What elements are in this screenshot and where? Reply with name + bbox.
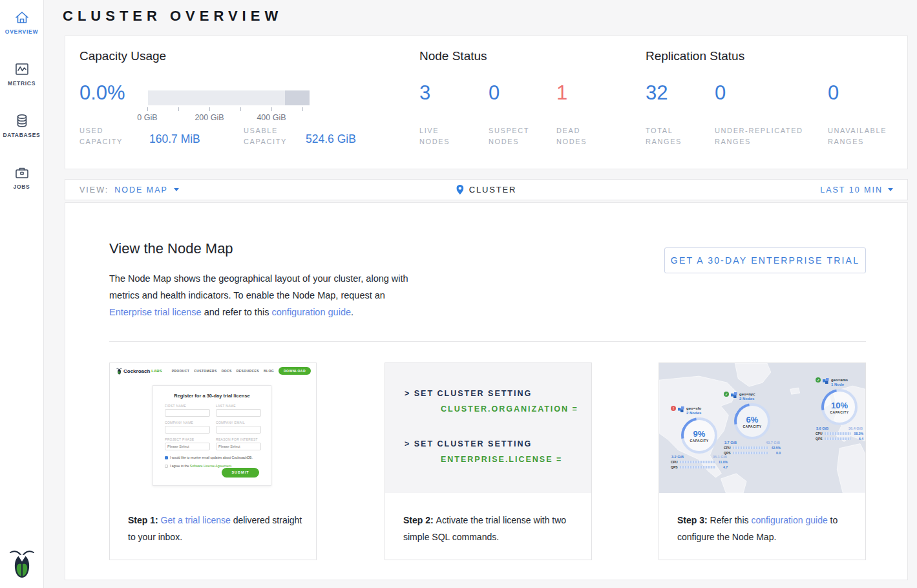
site-nav-item: DOCS	[222, 369, 232, 373]
node-status-title: Node Status	[419, 49, 487, 63]
dead-nodes-label: DEAD NODES	[556, 125, 608, 147]
form-submit-button: SUBMIT	[222, 468, 259, 478]
step-2-caption: Step 2: Activate the trial license with …	[403, 512, 578, 545]
capacity-tick	[240, 107, 241, 111]
step-3-card: ! geo=sfo2 Nodes 9% CAPACITY 3.2 GiB35.1…	[659, 362, 866, 560]
site-brand-suffix: LABS	[151, 369, 162, 373]
sidebar-item-overview[interactable]: OVERVIEW	[0, 9, 43, 35]
node-status-live-icon: ✓	[724, 392, 729, 397]
node-map-panel: View the Node Map The Node Map shows the…	[65, 202, 908, 580]
form-field: COMPANY NAME	[165, 421, 210, 434]
capacity-usage-title: Capacity Usage	[79, 49, 166, 63]
form-field: FIRST NAME	[165, 404, 210, 417]
view-label: VIEW:	[79, 185, 109, 194]
node-map-intro: The Node Map shows the geographical layo…	[109, 270, 413, 320]
sql-commands-block: > SET CLUSTER SETTING CLUSTER.ORGANIZATI…	[385, 363, 591, 493]
metrics-chart-icon	[14, 61, 30, 78]
capacity-tick-label: 400 GiB	[257, 113, 286, 122]
live-nodes-label: LIVE NODES	[419, 125, 471, 147]
capacity-percent: 0.0%	[79, 81, 125, 105]
capacity-tick	[147, 107, 148, 111]
location-pin-icon	[456, 185, 463, 194]
view-value: NODE MAP	[114, 185, 168, 194]
page-title: CLUSTER OVERVIEW	[63, 8, 282, 25]
sidebar-item-databases[interactable]: DATABASES	[0, 112, 43, 138]
capacity-bar	[148, 90, 310, 105]
site-nav-item: BLOG	[264, 369, 274, 373]
capacity-tick	[209, 107, 210, 111]
site-nav: PRODUCT CUSTOMERS DOCS RESOURCES BLOG DO…	[172, 367, 311, 375]
capacity-tick-label: 200 GiB	[195, 113, 224, 122]
cockroach-logo-small	[116, 368, 122, 375]
qps-bar	[733, 452, 768, 454]
intro-text: and refer to this	[202, 307, 272, 317]
node-cube-icon	[731, 392, 737, 398]
intro-text: The Node Map shows the geographical layo…	[109, 273, 408, 300]
view-selector-dropdown[interactable]: VIEW: NODE MAP	[79, 185, 179, 194]
replication-status-title: Replication Status	[646, 49, 744, 63]
site-nav-item: PRODUCT	[172, 369, 190, 373]
capacity-bar-reserved-segment	[285, 90, 310, 105]
used-capacity-value: 160.7 MiB	[149, 132, 200, 146]
capacity-gauge: 6% CAPACITY	[734, 403, 770, 439]
step-3-caption: Step 3: Refer this configuration guide t…	[677, 512, 852, 545]
sql-setting: ENTERPRISE.LICENSE =	[441, 455, 562, 464]
site-brand: Cockroach LABS	[116, 368, 162, 375]
time-range-dropdown[interactable]: LAST 10 MIN	[820, 185, 893, 194]
enterprise-trial-button[interactable]: GET A 30-DAY ENTERPRISE TRIAL	[664, 247, 866, 273]
node-cube-icon	[678, 406, 684, 412]
site-brand-name: Cockroach	[123, 368, 150, 374]
sidebar-item-label: JOBS	[0, 184, 43, 190]
configuration-guide-link[interactable]: configuration guide	[271, 307, 351, 317]
form-title: Register for a 30-day trial license	[153, 393, 271, 399]
chevron-down-icon	[888, 188, 893, 191]
sidebar-item-label: DATABASES	[0, 132, 43, 138]
unavailable-ranges-count: 0	[828, 81, 839, 105]
form-checkbox-row: I would like to receive email updates ab…	[165, 456, 253, 459]
cockroach-logo	[9, 548, 35, 579]
capacity-tick	[271, 107, 272, 111]
sidebar: OVERVIEW METRICS DATABASES JOBS	[0, 0, 44, 588]
sql-setting: CLUSTER.ORGANIZATION =	[441, 404, 578, 414]
suspect-nodes-count: 0	[489, 81, 500, 105]
form-field: LAST NAME	[216, 404, 261, 417]
node-status-dead-icon: !	[671, 406, 676, 411]
node-badge-ams: ✓ geo=ams1 Node 10% CAPACITY 3.6 GiB36.4…	[816, 377, 863, 441]
capacity-gauge: 10% CAPACITY	[821, 389, 858, 425]
checkbox-icon	[165, 465, 168, 468]
capacity-tick	[302, 107, 303, 111]
database-icon	[14, 112, 30, 129]
node-map-preview-image: ! geo=sfo2 Nodes 9% CAPACITY 3.2 GiB35.1…	[659, 363, 865, 493]
usable-capacity-label: USABLE CAPACITY	[244, 125, 295, 147]
form-checkbox-row: I agree to the Software License Agreemen…	[165, 464, 232, 468]
chevron-down-icon	[174, 188, 179, 191]
under-replicated-ranges-label: UNDER-REPLICATED RANGES	[715, 125, 815, 147]
scope-label: CLUSTER	[469, 185, 516, 194]
cpu-bar	[680, 461, 715, 463]
qps-bar	[680, 466, 715, 468]
configuration-guide-link[interactable]: configuration guide	[751, 515, 827, 525]
step-2-card: > SET CLUSTER SETTING CLUSTER.ORGANIZATI…	[385, 362, 592, 560]
view-toolbar: VIEW: NODE MAP CLUSTER LAST 10 MIN	[65, 179, 908, 200]
sidebar-item-label: METRICS	[0, 80, 43, 87]
cpu-bar	[733, 446, 768, 449]
intro-text: .	[351, 307, 353, 317]
qps-bar	[825, 437, 851, 440]
capacity-tick	[178, 107, 179, 111]
node-badge-nyc: ✓ geo=nyc2 Nodes 6% CAPACITY 3.7 GiB43.7…	[724, 392, 781, 455]
enterprise-trial-license-link[interactable]: Enterprise trial license	[109, 307, 202, 317]
site-download-button: DOWNLOAD	[279, 367, 311, 375]
sql-command: > SET CLUSTER SETTING	[405, 389, 532, 398]
sidebar-item-jobs[interactable]: JOBS	[0, 164, 43, 190]
node-cube-icon	[823, 377, 829, 384]
scope-breadcrumb: CLUSTER	[456, 185, 516, 194]
site-nav-item: CUSTOMERS	[194, 369, 216, 373]
total-ranges-label: TOTAL RANGES	[646, 125, 697, 147]
sidebar-item-label: OVERVIEW	[0, 28, 43, 35]
node-badge-sfo: ! geo=sfo2 Nodes 9% CAPACITY 3.2 GiB35.1…	[671, 406, 728, 469]
registration-site-screenshot: Cockroach LABS PRODUCT CUSTOMERS DOCS RE…	[110, 363, 316, 493]
home-icon	[14, 9, 30, 26]
sidebar-item-metrics[interactable]: METRICS	[0, 61, 43, 87]
time-range-value: LAST 10 MIN	[820, 185, 883, 194]
get-trial-license-link[interactable]: Get a trial license	[161, 515, 231, 525]
